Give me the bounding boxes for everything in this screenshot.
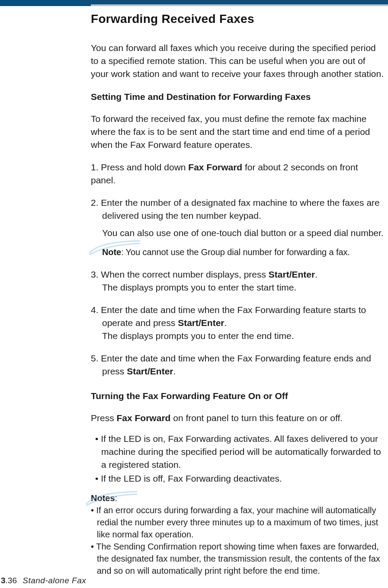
section2-intro: Press Fax Forward on front panel to turn… xyxy=(91,412,385,425)
step-2: 2. Enter the number of a designated fax … xyxy=(91,196,385,222)
intro-paragraph: You can forward all faxes which you rece… xyxy=(91,42,385,80)
bullet-led-off: • If the LED is off, Fax Forwarding deac… xyxy=(91,472,385,485)
notes-box: Notes: • If an error occurs during forwa… xyxy=(91,492,385,577)
content-area: Forwarding Received Faxes You can forwar… xyxy=(91,12,385,577)
notes-label: Notes xyxy=(91,493,115,503)
step-3-line2: The displays prompts you to enter the st… xyxy=(102,282,296,292)
step-5: 5. Enter the date and time when the Fax … xyxy=(91,352,385,378)
note-item-2: • The Sending Confirmation report showin… xyxy=(91,540,385,577)
step-4-line3: The displays prompts you to enter the en… xyxy=(102,331,294,341)
step-2-line2: delivered using the ten number keypad. xyxy=(102,211,261,220)
step-1-pre: 1. Press and hold down xyxy=(91,162,188,172)
note-item-1: • If an error occurs during forwarding a… xyxy=(91,504,385,540)
step-4: 4. Enter the date and time when the Fax … xyxy=(91,304,385,342)
step-5-line1: 5. Enter the date and time when the Fax … xyxy=(91,353,371,363)
step-4-line1: 4. Enter the date and time when the Fax … xyxy=(91,305,366,315)
step-2-subnote: You can also use one of one-touch dial b… xyxy=(102,227,385,240)
step-3-post: . xyxy=(315,269,317,279)
section1-intro: To forward the received fax, you must de… xyxy=(91,112,385,151)
page-title: Forwarding Received Faxes xyxy=(91,12,385,26)
step-5-line2: press Start/Enter. xyxy=(102,366,176,376)
step-3: 3. When the correct number displays, pre… xyxy=(91,268,385,294)
footer-book-title: Stand-alone Fax xyxy=(22,576,86,585)
footer-page: .36 xyxy=(6,576,17,585)
note-text: : You cannot use the Group dial number f… xyxy=(121,247,350,257)
section-heading-toggle: Turning the Fax Forwarding Feature On or… xyxy=(91,391,385,401)
step-3-bold: Start/Enter xyxy=(269,269,315,279)
note-label: Note xyxy=(102,247,121,257)
section-heading-setting: Setting Time and Destination for Forward… xyxy=(91,92,385,102)
step-2-note: Note: You cannot use the Group dial numb… xyxy=(102,246,385,259)
footer-chapter: 3 xyxy=(1,576,6,585)
step-3-pre: 3. When the correct number displays, pre… xyxy=(91,269,269,279)
step-4-line2: operate and press Start/Enter. xyxy=(102,318,227,328)
page-footer: 3.36 Stand-alone Fax xyxy=(1,576,86,585)
notes-colon: : xyxy=(115,493,118,503)
header-divider xyxy=(91,4,388,6)
step-1: 1. Press and hold down Fax Forward for a… xyxy=(91,161,385,187)
step-2-line1: 2. Enter the number of a designated fax … xyxy=(91,198,380,208)
bullet-led-on: • If the LED is on, Fax Forwarding activ… xyxy=(91,432,385,471)
step-1-bold: Fax Forward xyxy=(188,162,242,172)
